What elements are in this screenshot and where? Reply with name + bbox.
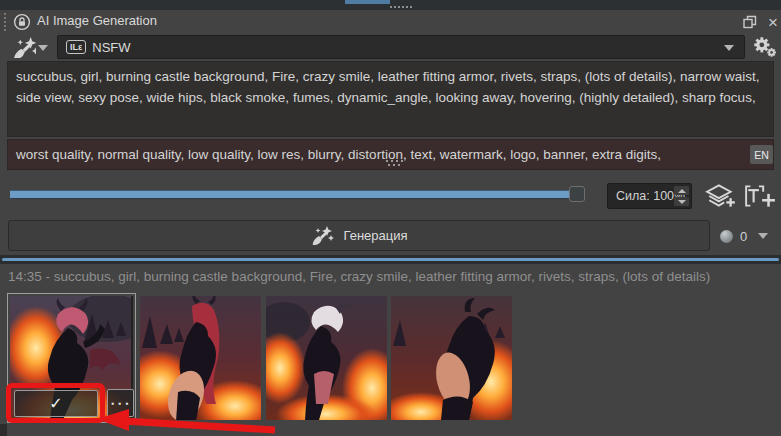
close-icon[interactable]: × <box>763 12 781 32</box>
generated-thumbnail-4[interactable] <box>391 296 512 420</box>
style-model-badge-icon: ILε <box>66 40 86 54</box>
checkmark-icon: ✓ <box>49 394 62 413</box>
style-selector[interactable]: ILε NSFW <box>57 35 745 59</box>
docker-titlebar: AI Image Generation × <box>0 10 781 34</box>
strength-slider[interactable] <box>10 190 584 199</box>
apply-result-button[interactable]: ✓ <box>14 390 98 417</box>
strength-slider-handle[interactable] <box>569 186 585 202</box>
workflow-wand-icon[interactable] <box>8 36 36 58</box>
docker-title: AI Image Generation <box>37 13 157 28</box>
resize-grip-icon[interactable] <box>386 160 388 162</box>
float-window-icon[interactable] <box>740 12 760 32</box>
spin-down-icon[interactable] <box>674 197 689 206</box>
chevron-down-icon <box>724 45 734 51</box>
strength-spinbox[interactable]: Сила: 100% <box>607 183 692 209</box>
queue-count: 0 <box>740 229 747 244</box>
language-toggle-badge[interactable]: EN <box>750 145 773 164</box>
docker-top-edge <box>0 0 781 10</box>
workflow-dropdown-arrow[interactable] <box>38 45 48 51</box>
spin-up-icon[interactable] <box>674 186 689 195</box>
generated-thumbnail-2[interactable] <box>140 296 261 420</box>
tab-accent-bar <box>345 0 390 4</box>
drag-handle-horizontal[interactable] <box>390 6 392 8</box>
sparkle-brush-icon <box>310 226 334 246</box>
drag-handle-vertical[interactable] <box>4 13 6 15</box>
history-entry[interactable]: 14:35 - succubus, girl, burning castle b… <box>8 269 778 287</box>
lock-icon[interactable] <box>13 13 31 31</box>
chevron-down-icon <box>758 233 768 239</box>
status-dot-icon <box>720 230 733 243</box>
spinbox-arrows <box>674 186 689 206</box>
settings-gear-icon[interactable] <box>749 34 779 60</box>
docker-corner-notch <box>0 424 7 436</box>
generate-button[interactable]: Генерация <box>8 220 710 251</box>
negative-prompt-textarea[interactable]: worst quality, normal quality, low quali… <box>7 139 774 170</box>
style-selected-value: NSFW <box>92 40 130 55</box>
generate-button-label: Генерация <box>343 228 407 243</box>
progress-bar <box>0 255 781 264</box>
more-options-button[interactable]: ▪ ▪ ▪ <box>107 389 134 417</box>
ellipsis-icon: ▪ ▪ ▪ <box>112 399 130 408</box>
queue-status[interactable]: 0 <box>720 224 778 248</box>
add-layer-icon[interactable] <box>704 183 738 209</box>
generated-thumbnail-3[interactable] <box>266 296 387 420</box>
add-text-layer-icon[interactable] <box>743 183 777 209</box>
positive-prompt-textarea[interactable]: succubus, girl, burning castle backgroun… <box>7 61 774 137</box>
progress-bar-fill <box>2 258 779 261</box>
ai-image-generation-docker: AI Image Generation × ILε NSFW succub <box>0 0 781 436</box>
